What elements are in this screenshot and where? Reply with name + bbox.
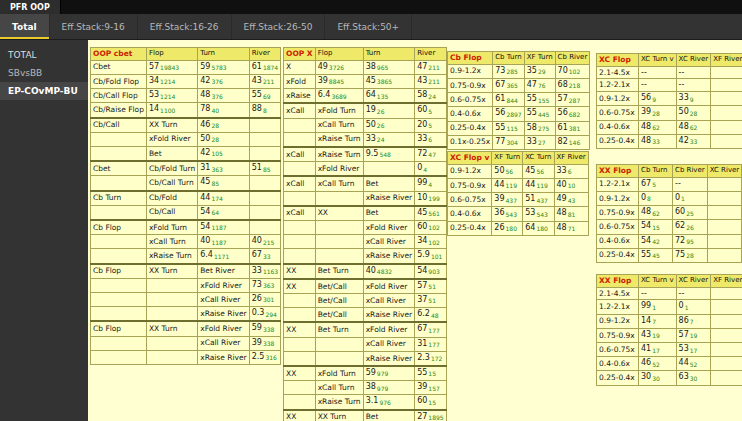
column-header: Flop — [315, 48, 363, 61]
table-row: xCall River39338 — [91, 336, 281, 350]
tab-effstack-9-16[interactable]: Eff.Stack:9-16 — [50, 14, 138, 39]
cell-label: xRaise River — [363, 351, 415, 366]
cell-value: 401187 — [198, 235, 250, 249]
table-row: 0.75-0.9x48626025 — [597, 206, 742, 220]
cell-value: 4862 — [676, 120, 711, 134]
cell-label: Cb/Call Turn — [146, 176, 197, 191]
cell-value: 59338 — [249, 321, 280, 336]
cell-label: xCall Turn — [315, 381, 363, 395]
table-row: xRaise Turn3.19766015 — [284, 395, 447, 410]
cell-empty — [711, 300, 742, 314]
cell-value: 4319 — [639, 328, 677, 342]
table-row: Cb TurnCb/Fold44174 — [91, 191, 281, 206]
cell-empty — [284, 191, 316, 206]
cell-label: 0.4-0.6x — [597, 357, 639, 371]
cell-label: 0.4-0.6x — [597, 120, 639, 134]
cell-value: 01 — [676, 300, 711, 314]
cell-empty — [315, 220, 363, 234]
cell-value: 5185 — [249, 161, 280, 176]
cell-empty — [711, 287, 742, 300]
table-row: 0.6-0.75x41175317 — [597, 343, 742, 357]
cell-value: -- — [639, 79, 677, 92]
table-row: xRaise Turn6.411716733 — [91, 249, 281, 264]
cell-empty — [146, 307, 197, 322]
cell-value: 493726 — [315, 60, 363, 74]
cell-label: xRaise River — [363, 308, 415, 323]
cell-value: 404832 — [363, 264, 415, 279]
tab-effstack-50plus[interactable]: Eff.Stack:50+ — [325, 14, 412, 39]
cell-label: Cb/Call Flop — [91, 89, 147, 103]
cell-value: 4452 — [676, 357, 711, 371]
cell-label: Bet Turn — [315, 322, 363, 337]
cell-empty — [284, 351, 316, 366]
table-row: Cb/Call Flop531214483765569 — [91, 89, 281, 103]
table-row: Bet/CallxRaise River6.248 — [284, 308, 447, 323]
cell-label: xRaise Turn — [315, 395, 363, 410]
sidebar-item-total[interactable]: TOTAL — [0, 40, 88, 64]
cell-value: 341214 — [146, 74, 197, 88]
cell-value: 331163 — [249, 264, 280, 279]
table-row: XXXX TurnBet271895 — [284, 410, 447, 421]
cell-value: 4862 — [639, 120, 677, 134]
titlebar: PFR OOP — [0, 0, 742, 14]
table-row: 0.4-0.6x54427295 — [597, 234, 742, 248]
sidebar-item-ep-covmp-bu[interactable]: EP-COvMP-BU — [0, 82, 88, 100]
cell-label: 1.2-2.1x — [597, 300, 639, 314]
window-tab-pfr-oop[interactable]: PFR OOP — [0, 0, 61, 14]
cell-label: Bet River — [198, 264, 250, 279]
cell-label: 0.4-0.6x — [448, 207, 492, 221]
cell-value: 26301 — [249, 292, 280, 306]
table-row: xCall River34102 — [284, 235, 447, 249]
report-area: OOP cbetFlopTurnRiverCbet571984359578361… — [88, 40, 742, 421]
table-row: 0.9-1.2x569339 — [597, 92, 742, 106]
cell-value: 70102 — [555, 64, 590, 78]
cell-label: Bet/Call — [315, 293, 363, 307]
tab-effstack-26-50[interactable]: Eff.Stack:26-50 — [232, 14, 326, 39]
table-row: xCallxCall TurnBet994 — [284, 176, 447, 191]
cell-value: 605 — [415, 103, 446, 118]
cell-value: 4862 — [639, 206, 673, 220]
cell-value: 36543 — [492, 207, 523, 221]
cell-label: xCall Turn — [315, 176, 363, 191]
cell-label: Cbet — [91, 161, 147, 176]
table-row: xCall Turn40118740215 — [91, 235, 281, 249]
cell-value: 61844 — [493, 93, 524, 107]
cell-value: 7528 — [673, 248, 708, 262]
cell-label: 0.4-0.6x — [448, 107, 493, 121]
table-row: Cb/Fold Flop3412144237643211 — [91, 74, 281, 88]
cell-label: 0.6-0.75x — [597, 343, 639, 357]
cell-label: xCall River — [363, 293, 415, 307]
cell-empty — [711, 79, 742, 92]
tab-total[interactable]: Total — [0, 14, 50, 39]
cell-label: 0.6-0.75x — [448, 193, 492, 207]
table-row: xRaise Turn3324336 — [284, 132, 447, 147]
column-header: Flop — [146, 48, 197, 61]
cell-value: 7840 — [198, 103, 250, 118]
cell-empty — [707, 191, 742, 205]
cell-empty — [284, 337, 316, 351]
column-header: XF Turn — [492, 152, 523, 165]
stats-table-t2: OOP XFlopTurnRiverX4937263896547211xFold… — [283, 47, 447, 421]
cell-label: Bet — [363, 206, 415, 221]
sidebar-item-sbvsbb[interactable]: SBvsBB — [0, 64, 88, 82]
tab-effstack-16-26[interactable]: Eff.Stack:16-26 — [138, 14, 232, 39]
cell-label: Cb/Call — [91, 118, 147, 133]
cell-value: 5026 — [363, 118, 415, 132]
cell-label: xFold River — [198, 278, 250, 292]
cell-label: Cbet — [91, 60, 147, 74]
cell-value: 01 — [673, 191, 708, 205]
cell-value: 26180 — [492, 221, 523, 235]
cell-value: 3327 — [524, 135, 555, 149]
cell-label: XX Turn — [315, 410, 363, 421]
table-row: 0.25-0.4x30306330 — [597, 371, 742, 385]
cell-value: 4871 — [554, 221, 588, 235]
cell-value: -- — [676, 79, 711, 92]
cell-value: 867 — [676, 314, 711, 328]
cell-label: Bet — [146, 146, 197, 161]
table-row: 0.6-0.75x39285028 — [597, 106, 742, 120]
cell-value: -- — [639, 66, 677, 79]
cell-value: 3928 — [639, 106, 677, 120]
cell-empty — [91, 132, 147, 146]
cell-empty — [284, 132, 316, 147]
table-title: XX Flop — [597, 165, 639, 178]
